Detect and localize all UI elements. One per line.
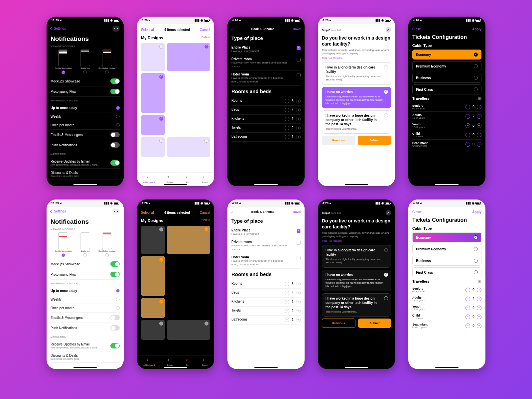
select-all-button[interactable]: Select all <box>141 28 155 32</box>
setting-row[interactable]: Up to once a day <box>51 104 120 112</box>
submit-button[interactable]: Submit <box>358 319 391 328</box>
setting-row[interactable]: Prototypung Flow <box>51 269 120 280</box>
design-card[interactable] <box>141 115 165 135</box>
minus-button[interactable]: − <box>285 108 289 112</box>
minus-button[interactable]: − <box>285 117 289 121</box>
mockup-option[interactable]: Single line <box>80 232 90 257</box>
place-option[interactable]: Private roomHave your own room and share… <box>231 55 301 70</box>
plus-button[interactable]: + <box>296 135 301 139</box>
plus-button[interactable]: + <box>296 291 301 295</box>
info-icon[interactable]: ? <box>478 280 481 283</box>
more-button[interactable] <box>112 26 120 32</box>
design-card[interactable] <box>141 298 165 318</box>
plus-button[interactable]: + <box>296 309 301 313</box>
plus-button[interactable]: + <box>477 142 481 147</box>
design-card[interactable] <box>167 43 210 71</box>
plus-button[interactable]: + <box>296 99 301 103</box>
minus-button[interactable]: − <box>466 324 470 328</box>
poll-option[interactable]: I have no worriesOne morning, when Grego… <box>322 270 391 291</box>
submit-button[interactable]: Submit <box>358 136 391 145</box>
setting-row[interactable]: Once per month <box>51 304 120 313</box>
plus-button[interactable]: + <box>296 300 301 304</box>
plus-button[interactable]: + <box>477 315 481 319</box>
plus-button[interactable]: + <box>477 133 481 137</box>
minus-button[interactable]: − <box>285 282 289 286</box>
poll-option[interactable]: I live in a long-term design care facili… <box>322 62 391 85</box>
minus-button[interactable]: − <box>466 114 470 119</box>
minus-button[interactable]: − <box>466 306 470 310</box>
close-button[interactable]: Close <box>412 210 421 214</box>
tab-pin[interactable]: 📌Pin <box>185 359 190 366</box>
tab-export[interactable]: ⇪Export <box>202 359 208 366</box>
travel-button[interactable]: Travel <box>292 27 301 31</box>
tab-add-to-board[interactable]: ⊞Add to board <box>143 359 155 366</box>
setting-row[interactable]: Push Notifications <box>51 323 120 333</box>
setting-row[interactable]: Push Notifications <box>51 140 120 150</box>
plus-button[interactable]: + <box>296 318 301 322</box>
toggle[interactable] <box>110 261 120 267</box>
cancel-button[interactable]: Cancel <box>200 28 210 32</box>
close-button[interactable]: ✕ <box>386 210 391 215</box>
toggle[interactable] <box>110 89 120 94</box>
minus-button[interactable]: − <box>466 315 470 319</box>
plus-button[interactable]: + <box>477 114 481 119</box>
setting-row[interactable]: Receive Updates by EmailNew components, … <box>51 340 120 351</box>
setting-row[interactable]: Once per month <box>51 121 120 130</box>
design-card[interactable] <box>141 320 165 340</box>
tab-pin[interactable]: 📌Pin <box>185 176 190 183</box>
close-button[interactable]: ✕ <box>386 27 391 33</box>
toggle[interactable] <box>110 78 120 84</box>
mockup-option[interactable]: Double line caption <box>55 50 72 74</box>
mockup-option[interactable]: Double line caption <box>98 232 115 257</box>
poll-option[interactable]: I have worked in a huge design company o… <box>322 110 391 134</box>
more-button[interactable] <box>112 208 120 214</box>
info-icon[interactable]: ? <box>478 97 481 100</box>
design-card[interactable] <box>167 226 210 254</box>
close-button[interactable]: Close <box>412 27 421 31</box>
design-card[interactable] <box>141 137 165 157</box>
minus-button[interactable]: − <box>466 105 470 109</box>
setting-row[interactable]: Discounts & DealsSometimes we cut the pr… <box>51 169 120 180</box>
setting-row[interactable]: Up to once a day <box>51 287 120 295</box>
minus-button[interactable]: − <box>466 133 470 137</box>
design-card[interactable] <box>141 43 165 71</box>
minus-button[interactable]: − <box>466 142 470 147</box>
setting-row[interactable]: Mockups Showcase <box>51 259 120 269</box>
select-all-button[interactable]: Select all <box>141 211 155 214</box>
minus-button[interactable]: − <box>285 99 289 103</box>
cancel-button[interactable]: Cancel <box>200 211 210 214</box>
design-card[interactable] <box>141 73 165 113</box>
apply-button[interactable]: Apply <box>472 210 481 214</box>
place-option[interactable]: Private roomHave your own room and share… <box>231 238 301 253</box>
minus-button[interactable]: − <box>466 123 470 128</box>
setting-row[interactable]: Discounts & DealsSometimes we cut the pr… <box>51 351 120 363</box>
place-option[interactable]: Entire PlaceHave a jerk for yourself <box>231 44 301 55</box>
previous-button[interactable]: Previous <box>322 136 355 145</box>
mockup-option[interactable]: Single line <box>80 50 90 74</box>
poll-option[interactable]: I have no worriesOne morning, when Grego… <box>322 87 391 108</box>
tab-delete[interactable]: 🗑Delete <box>167 176 173 183</box>
mockup-option[interactable]: Double line caption <box>98 50 115 74</box>
toggle[interactable] <box>110 272 120 277</box>
setting-row[interactable]: Weekly <box>51 295 120 304</box>
cabin-option[interactable]: Premium Economy <box>412 244 481 254</box>
cabin-option[interactable]: Economy <box>412 232 481 242</box>
cabin-option[interactable]: Economy <box>412 50 481 60</box>
results-link[interactable]: This Poll Results <box>322 239 391 242</box>
delete-button[interactable]: Delete <box>201 36 210 40</box>
tab-export[interactable]: ⇪Export <box>202 176 208 183</box>
design-card[interactable] <box>141 226 165 254</box>
place-option[interactable]: Hotel roomHave a private or shared room … <box>231 70 301 86</box>
poll-option[interactable]: I have worked in a huge design company o… <box>322 293 391 317</box>
plus-button[interactable]: + <box>477 297 481 301</box>
setting-row[interactable]: Weekly <box>51 112 120 121</box>
toggle[interactable] <box>110 132 120 137</box>
cabin-option[interactable]: Business <box>412 73 481 83</box>
apply-button[interactable]: Apply <box>472 27 481 31</box>
plus-button[interactable]: + <box>296 282 301 286</box>
plus-button[interactable]: + <box>477 324 481 328</box>
minus-button[interactable]: − <box>285 300 289 304</box>
minus-button[interactable]: − <box>285 291 289 295</box>
minus-button[interactable]: − <box>466 297 470 301</box>
minus-button[interactable]: − <box>285 135 289 139</box>
